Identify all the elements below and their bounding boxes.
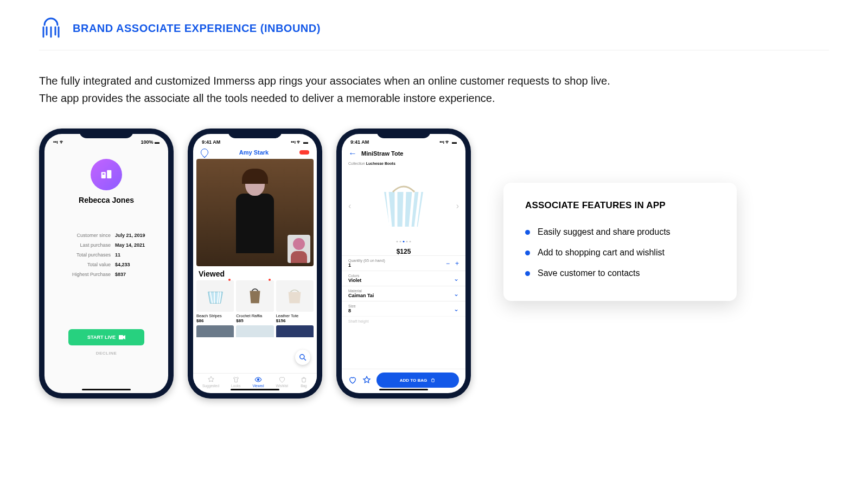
product-card[interactable]: Beach Stripes$86 <box>196 280 234 323</box>
customer-stats: Customer sinceJuly 21, 2019 Last purchas… <box>54 230 158 279</box>
chevron-left-icon[interactable]: ‹ <box>348 201 351 211</box>
product-gallery[interactable]: ‹ › <box>342 165 465 247</box>
phone-product-detail: 9:41 AM ••ı ᯤ ▬ ← MiniStraw Tote Collect… <box>336 129 471 399</box>
video-feed <box>196 159 314 266</box>
star-icon[interactable] <box>362 376 371 384</box>
product-price: $125 <box>342 248 465 255</box>
svg-rect-6 <box>107 170 111 178</box>
intro-line-2: The app provides the associate all the t… <box>39 89 829 107</box>
heart-icon[interactable] <box>348 376 357 384</box>
self-video-pip[interactable] <box>288 235 310 263</box>
chevron-down-icon: ⌄ <box>454 290 459 298</box>
feature-item: Save customer to contacts <box>525 263 715 284</box>
bullet-icon <box>525 251 530 255</box>
page-title: BRAND ASSOCIATE EXPERIENCE (INBOUND) <box>73 22 321 35</box>
tab-suggested[interactable]: Suggested <box>202 376 219 388</box>
svg-point-9 <box>300 355 304 359</box>
search-icon <box>299 354 307 361</box>
viewed-heading: Viewed <box>193 266 317 280</box>
brand-logo-icon <box>39 16 63 40</box>
caller-name: Amy Stark <box>239 149 269 156</box>
phone-customer-profile: ••ıᯤ 100% ▬ Rebecca Jones Customer since… <box>39 129 174 399</box>
plus-icon[interactable]: + <box>455 260 459 267</box>
tab-bar: Suggested Looks Viewed Wishlist Bag <box>193 373 317 388</box>
chevron-down-icon: ⌄ <box>454 305 459 313</box>
collection-label: Collection Luchesse Boots <box>342 160 465 165</box>
phone-video-call: 9:41 AM ••ı ᯤ ▬ Amy Stark Viewed <box>188 129 322 399</box>
shaft-row[interactable]: Shaft height <box>342 316 465 323</box>
quantity-row[interactable]: Quantity (65 on hand)1 −+ <box>342 255 465 271</box>
product-grid: Beach Stripes$86 Crochet Raffia$85 Leath… <box>193 280 317 323</box>
feature-item: Add to shopping cart and wishlist <box>525 242 715 263</box>
stat-row: Total value$4,233 <box>54 260 158 269</box>
svg-rect-8 <box>119 335 123 339</box>
material-row[interactable]: MaterialCaiman Tai ⌄ <box>342 286 465 301</box>
product-title: MiniStraw Tote <box>361 150 403 157</box>
stat-row: Highest Purchase$837 <box>54 269 158 279</box>
chat-icon[interactable] <box>201 149 208 156</box>
decline-button[interactable]: DECLINE <box>96 351 117 356</box>
bullet-icon <box>525 230 530 235</box>
chevron-right-icon[interactable]: › <box>456 201 459 211</box>
avatar-icon <box>91 159 122 190</box>
stat-row: Last purchaseMay 14, 2021 <box>54 240 158 250</box>
features-heading: ASSOCIATE FEATURES IN APP <box>525 200 715 211</box>
video-icon <box>119 335 125 339</box>
feature-item: Easily suggest and share products <box>525 222 715 242</box>
size-row[interactable]: Size8 ⌄ <box>342 301 465 316</box>
tab-bag[interactable]: Bag <box>300 376 308 388</box>
svg-line-10 <box>304 358 306 361</box>
bullet-icon <box>525 271 530 276</box>
product-card[interactable]: Leather Tote$156 <box>276 280 314 323</box>
add-to-bag-button[interactable]: ADD TO BAG <box>376 373 459 388</box>
bag-icon <box>430 377 436 383</box>
svg-rect-7 <box>103 174 105 175</box>
stat-row: Customer sinceJuly 21, 2019 <box>54 230 158 240</box>
phone-row: ••ıᯤ 100% ▬ Rebecca Jones Customer since… <box>39 129 471 399</box>
tab-wishlist[interactable]: Wishlist <box>276 376 288 388</box>
minus-icon[interactable]: − <box>446 260 450 267</box>
colors-row[interactable]: ColorsViolet ⌄ <box>342 271 465 286</box>
tab-viewed[interactable]: Viewed <box>252 376 264 388</box>
intro-text: The fully integrated and customized Imme… <box>39 72 829 107</box>
features-card: ASSOCIATE FEATURES IN APP Easily suggest… <box>503 183 737 301</box>
product-card[interactable]: Crochet Raffia$85 <box>236 280 273 323</box>
svg-point-11 <box>257 378 259 381</box>
back-arrow-icon[interactable]: ← <box>348 149 357 158</box>
start-live-button[interactable]: START LIVE <box>68 329 144 345</box>
customer-name: Rebecca Jones <box>79 196 134 204</box>
tab-looks[interactable]: Looks <box>231 376 240 388</box>
hangup-icon[interactable] <box>299 150 309 155</box>
chevron-down-icon: ⌄ <box>454 275 459 282</box>
page-header: BRAND ASSOCIATE EXPERIENCE (INBOUND) <box>39 16 829 50</box>
stat-row: Total purchases11 <box>54 250 158 260</box>
svg-rect-5 <box>101 172 106 178</box>
search-fab[interactable] <box>295 350 310 365</box>
intro-line-1: The fully integrated and customized Imme… <box>39 72 829 89</box>
